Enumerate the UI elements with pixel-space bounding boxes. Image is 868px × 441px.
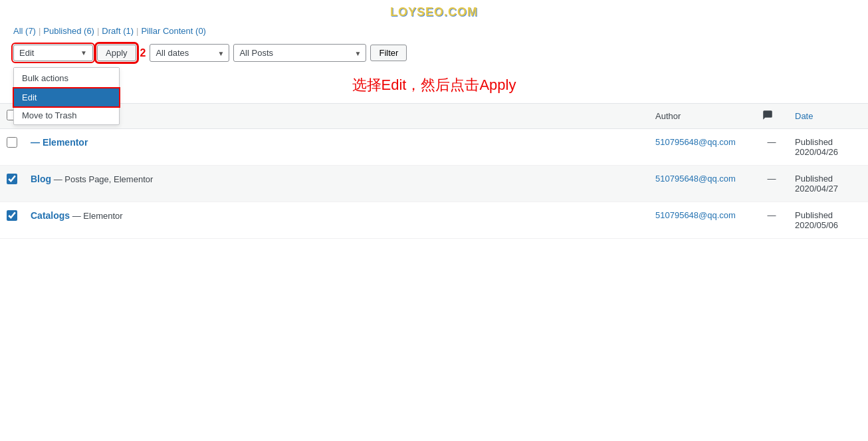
post-title-link[interactable]: Blog	[31, 174, 51, 184]
date-value: 2020/04/27	[795, 184, 861, 194]
table-header: Author Date	[0, 104, 868, 129]
status-link-all[interactable]: All (7)	[13, 26, 36, 36]
post-title-suffix: — Elementor	[72, 211, 123, 221]
table-row: Blog — Posts Page, Elementor 510795648@q…	[0, 166, 868, 202]
filter-button[interactable]: Filter	[370, 45, 407, 61]
apply-button[interactable]: Apply	[97, 45, 136, 61]
annotation-text: 选择Edit，然后点击Apply	[13, 70, 855, 100]
bulk-action-dropdown-menu: Bulk actions Edit Move to Trash	[13, 67, 120, 125]
dropdown-item-trash[interactable]: Move to Trash	[14, 106, 119, 124]
date-status: Published	[795, 137, 833, 147]
header-comments	[755, 104, 788, 129]
table-body: — Elementor 510795648@qq.com — Published…	[0, 129, 868, 239]
post-title: Catalogs — Elementor	[31, 210, 642, 221]
site-header: LOYSEO.COM	[0, 0, 868, 22]
row-checkbox[interactable]	[7, 137, 17, 148]
row-date-cell: Published 2020/04/26	[788, 129, 868, 166]
row-checkbox-cell	[0, 129, 24, 166]
posts-table: Author Date — Elementor	[0, 103, 868, 239]
row-author-cell: 510795648@qq.com	[649, 129, 755, 166]
row-checkbox[interactable]	[7, 174, 17, 184]
dates-select[interactable]: All dates 2020/05 2020/04	[150, 44, 229, 62]
row-date-cell: Published 2020/04/27	[788, 166, 868, 202]
date-status: Published	[795, 210, 833, 220]
posts-select[interactable]: All Posts	[233, 44, 366, 62]
status-links: All (7) | Published (6) | Draft (1) | Pi…	[13, 26, 855, 36]
post-title: — Elementor	[31, 137, 642, 148]
comment-icon	[762, 109, 774, 121]
row-checkbox-cell	[0, 166, 24, 202]
table-row: — Elementor 510795648@qq.com — Published…	[0, 129, 868, 166]
toolbar-row: Edit ▼ Bulk actions Edit Move to Trash A…	[0, 41, 868, 67]
date-value: 2020/05/06	[795, 220, 861, 230]
author-link[interactable]: 510795648@qq.com	[655, 210, 736, 220]
row-checkbox-cell	[0, 202, 24, 239]
post-title-suffix: — Posts Page, Elementor	[54, 174, 154, 184]
filter-bar: All (7) | Published (6) | Draft (1) | Pi…	[0, 22, 868, 36]
dates-select-wrapper: All dates 2020/05 2020/04 ▼	[150, 44, 229, 62]
dropdown-item-edit[interactable]: Edit	[14, 88, 119, 106]
row-title-cell: Blog — Posts Page, Elementor	[24, 166, 649, 202]
row-title-cell: Catalogs — Elementor	[24, 202, 649, 239]
annotation-row: 选择Edit，然后点击Apply	[0, 67, 868, 103]
page-wrapper: LOYSEO.COM All (7) | Published (6) | Dra…	[0, 0, 868, 441]
row-comments-cell: —	[755, 202, 788, 239]
dropdown-menu-header: Bulk actions	[14, 68, 119, 88]
post-title-link[interactable]: — Elementor	[31, 137, 88, 148]
row-checkbox[interactable]	[7, 210, 17, 221]
site-title: LOYSEO.COM	[390, 5, 478, 19]
header-author: Author	[649, 104, 755, 129]
status-link-published[interactable]: Published (6)	[43, 26, 94, 36]
row-title-cell: — Elementor	[24, 129, 649, 166]
author-link[interactable]: 510795648@qq.com	[655, 174, 736, 184]
status-link-draft[interactable]: Draft (1)	[102, 26, 134, 36]
post-title-link[interactable]: Catalogs	[31, 210, 70, 221]
author-link[interactable]: 510795648@qq.com	[655, 137, 736, 147]
row-comments-cell: —	[755, 166, 788, 202]
posts-select-wrapper: All Posts ▼	[233, 44, 366, 62]
bulk-action-select[interactable]: Edit ▼	[13, 45, 93, 61]
row-author-cell: 510795648@qq.com	[649, 166, 755, 202]
comment-count: —	[768, 137, 776, 147]
row-date-cell: Published 2020/05/06	[788, 202, 868, 239]
post-title: Blog — Posts Page, Elementor	[31, 174, 642, 184]
step2-label: 2	[140, 47, 146, 59]
table-row: Catalogs — Elementor 510795648@qq.com — …	[0, 202, 868, 239]
comment-count: —	[768, 210, 776, 220]
header-date: Date	[788, 104, 868, 129]
row-author-cell: 510795648@qq.com	[649, 202, 755, 239]
status-link-pillar[interactable]: Pillar Content (0)	[141, 26, 206, 36]
bulk-action-value: Edit	[19, 48, 34, 58]
date-value: 2020/04/26	[795, 147, 861, 157]
bulk-action-wrapper: Edit ▼ Bulk actions Edit Move to Trash	[13, 45, 93, 61]
comment-count: —	[768, 174, 776, 184]
bulk-action-chevron-icon: ▼	[80, 49, 87, 57]
date-status: Published	[795, 174, 833, 184]
row-comments-cell: —	[755, 129, 788, 166]
